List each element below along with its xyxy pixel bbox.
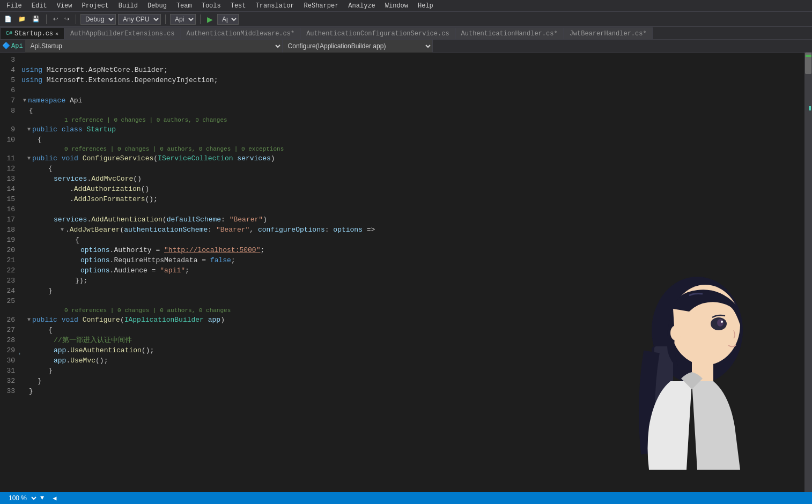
member-dropdown[interactable]: Configure(IApplicationBuilder app) [283, 40, 433, 53]
colon-17: : [221, 214, 230, 225]
type-startup: Startup [86, 124, 116, 135]
kw-void-11: void [62, 153, 78, 164]
zoom-control[interactable]: 100 % 75 % 125 % ▼ [4, 493, 44, 503]
code-line-9: ▼ public class Startup [21, 124, 804, 135]
ln-27: 27 [2, 325, 15, 335]
menu-test[interactable]: Test [226, 1, 250, 11]
namespace-dropdown[interactable]: Api.Startup [25, 40, 283, 53]
paren-11: ( [153, 153, 158, 164]
comment-28: //第一部进入认证中间件 [54, 335, 132, 345]
hint-icon-29[interactable]: 🔧 [19, 346, 20, 357]
menu-bar: File Edit View Project Build Debug Team … [0, 0, 812, 12]
scroll-left-btn[interactable]: ◀ [53, 494, 56, 502]
menu-edit[interactable]: Edit [27, 1, 51, 11]
code-line-8: { [21, 106, 804, 116]
menu-project[interactable]: Project [77, 1, 113, 11]
tab-close-startup[interactable]: ✕ [55, 31, 58, 37]
ln-25: 25 [2, 296, 15, 306]
kw-public-11: public [32, 153, 57, 164]
dot-13: . [87, 174, 91, 184]
tab-authmiddleware[interactable]: AuthenticationMiddleware.cs* [181, 27, 301, 39]
ln-26: 26 [2, 315, 15, 325]
fold-11[interactable]: ▼ [26, 153, 32, 164]
vertical-scrollbar[interactable] [804, 53, 812, 492]
kw-using-5: using [21, 75, 42, 85]
var-options-20: options [80, 245, 110, 255]
ln-14: 14 [2, 184, 15, 194]
fold-9[interactable]: ▼ [26, 124, 32, 135]
toolbar-sep1 [46, 14, 47, 24]
menu-help[interactable]: Help [414, 1, 438, 11]
tabs-row: C# Startup.cs ✕ AuthAppBuilderExtensions… [0, 27, 812, 40]
main-editor: 3 4 5 6 7 8 9 10 11 12 13 14 15 16 17 18… [0, 53, 812, 492]
run-dropdown[interactable]: Api [217, 14, 239, 25]
param-authscheme: authenticationScheme [124, 225, 208, 235]
ln-6: 6 [2, 85, 15, 95]
fold-18[interactable]: ▼ [59, 225, 65, 235]
toolbar-redo[interactable]: ↪ [62, 14, 71, 24]
menu-tools[interactable]: Tools [197, 1, 225, 11]
ln-24: 24 [2, 286, 15, 296]
code-line-11: ▼ public void ConfigureServices ( IServi… [21, 153, 804, 164]
kw-namespace: namespace [28, 95, 65, 106]
code-line-24: } [21, 286, 804, 296]
toolbar-undo[interactable]: ↩ [51, 14, 60, 24]
code-area[interactable]: using Microsoft.AspNetCore.Builder; usin… [19, 53, 804, 492]
menu-analyze[interactable]: Analyze [344, 1, 379, 11]
menu-window[interactable]: Window [381, 1, 412, 11]
tab-authconfigservice[interactable]: AuthenticationConfigurationService.cs [300, 27, 455, 39]
tab-startup-cs[interactable]: C# Startup.cs ✕ [0, 27, 64, 39]
toolbar-new-project[interactable]: 📄 [2, 14, 14, 24]
var-app-30: app [54, 355, 66, 366]
code-line-10: { [21, 135, 804, 145]
ln-22: 22 [2, 265, 15, 276]
method-addjwtbearer: AddJwtBearer [70, 225, 120, 235]
var-options-22: options [80, 265, 110, 276]
ln-16: 16 [2, 204, 15, 214]
space-9 [57, 124, 62, 135]
var-app-29: app [54, 345, 66, 355]
zoom-select[interactable]: 100 % 75 % 125 % [4, 493, 38, 503]
ln-9: 9 [2, 124, 15, 135]
toolbar-open[interactable]: 📁 [16, 14, 28, 24]
code-line-4: using Microsoft.AspNetCore.Builder; [21, 65, 804, 75]
ln-18: 18 [2, 225, 15, 235]
ln-3: 3 [2, 55, 15, 65]
semi-20: ; [260, 245, 264, 255]
param-app: app [208, 315, 220, 325]
fold-26[interactable]: ▼ [26, 315, 32, 325]
param-services: services [237, 153, 270, 164]
fold-7[interactable]: ▼ [21, 95, 28, 106]
var-options-21: options [80, 255, 110, 265]
var-services-17: services [54, 214, 87, 225]
menu-translator[interactable]: Translator [252, 1, 299, 11]
tab-label-startup: Startup.cs [14, 30, 53, 38]
toolbar-start[interactable]: ▶ [205, 14, 215, 25]
kw-class-9: class [62, 124, 83, 135]
menu-file[interactable]: File [2, 1, 26, 11]
ns-api: Api [65, 95, 82, 106]
ln-15: 15 [2, 194, 15, 204]
method-addjson: AddJsonFormatters [74, 194, 145, 204]
code-line-15: . AddJsonFormatters (); [21, 194, 804, 204]
menu-resharper[interactable]: ReSharper [300, 1, 343, 11]
sp1-11 [57, 153, 62, 164]
toolbar-save[interactable]: 💾 [30, 14, 42, 24]
zoom-label: ▼ [40, 494, 44, 502]
dot-29: . [66, 345, 70, 355]
menu-team[interactable]: Team [172, 1, 196, 11]
menu-build[interactable]: Build [114, 1, 142, 11]
startup-project-dropdown[interactable]: Api [170, 14, 196, 25]
param-defaultscheme: defaultScheme [167, 214, 221, 225]
code-line-31: } [21, 366, 804, 376]
tab-jwtbearerhandler[interactable]: JwtBearerHandler.cs* [564, 27, 653, 39]
platform-dropdown[interactable]: Any CPU [118, 14, 161, 25]
debug-config-dropdown[interactable]: Debug [80, 14, 116, 25]
menu-view[interactable]: View [53, 1, 77, 11]
tab-authappbuilder[interactable]: AuthAppBuilderExtensions.cs [64, 27, 180, 39]
str-bearer-17: "Bearer" [230, 214, 263, 225]
dot-17: . [87, 214, 91, 225]
code-line-22: options .Audience = "api1" ; [21, 265, 804, 276]
menu-debug[interactable]: Debug [143, 1, 171, 11]
tab-authhandler[interactable]: AuthenticationHandler.cs* [455, 27, 564, 39]
